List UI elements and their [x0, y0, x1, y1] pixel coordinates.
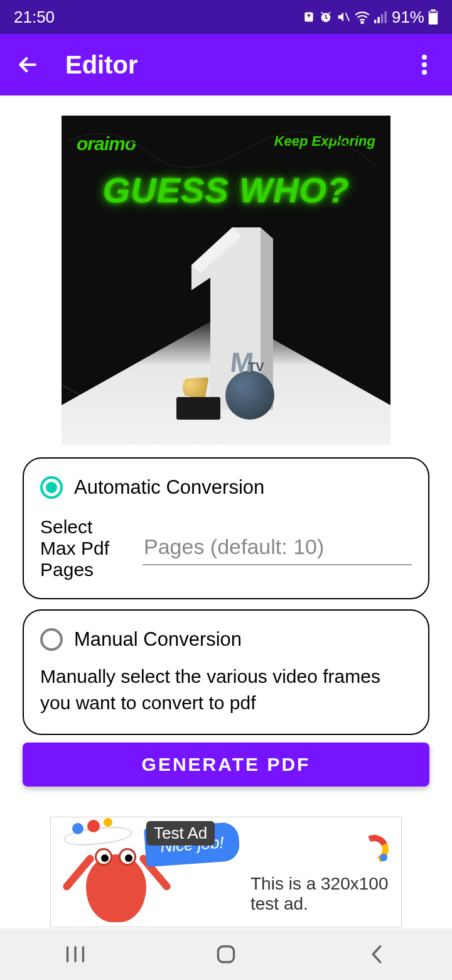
hero-headline: GUESS WHO? — [62, 170, 390, 210]
svg-rect-6 — [384, 11, 386, 23]
home-icon — [216, 944, 236, 964]
more-button[interactable] — [409, 50, 439, 80]
clock: 21:50 — [14, 8, 55, 27]
battery-icon — [428, 9, 438, 24]
svg-rect-13 — [218, 946, 234, 962]
status-bar: 21:50 91% — [0, 0, 452, 34]
automatic-conversion-card: Automatic Conversion Select Max Pdf Page… — [23, 457, 429, 599]
alarm-icon — [319, 10, 333, 24]
update-icon — [303, 11, 315, 23]
automatic-conversion-label: Automatic Conversion — [74, 476, 264, 499]
recents-icon — [65, 945, 86, 963]
arrow-left-icon — [15, 52, 40, 77]
back-button[interactable] — [13, 50, 43, 80]
system-nav-bar — [0, 928, 452, 980]
manual-conversion-radio[interactable] — [40, 628, 63, 651]
max-pages-input[interactable] — [143, 532, 412, 565]
recents-button[interactable] — [56, 935, 94, 973]
signal-icon — [374, 11, 388, 23]
hero-tagline: Keep Exploring — [274, 133, 375, 155]
svg-rect-3 — [374, 19, 376, 23]
generate-pdf-button[interactable]: GENERATE PDF — [23, 743, 429, 787]
svg-point-10 — [422, 55, 427, 60]
status-right: 91% — [303, 8, 438, 27]
svg-point-12 — [422, 70, 427, 75]
svg-rect-7 — [429, 11, 438, 24]
svg-rect-8 — [431, 9, 435, 11]
admob-logo-icon — [360, 835, 389, 864]
app-bar: Editor — [0, 34, 452, 95]
manual-conversion-label: Manual Conversion — [74, 628, 242, 651]
hero-image: oraimo Keep Exploring GUESS WHO? MTV — [62, 116, 390, 445]
svg-rect-5 — [381, 14, 383, 23]
grammy-trophy-icon — [176, 357, 220, 420]
manual-conversion-description: Manually select the various video frames… — [40, 663, 412, 716]
page-title: Editor — [65, 51, 409, 79]
hero-brand: oraimo — [77, 133, 136, 155]
manual-conversion-card: Manual Conversion Manually select the va… — [23, 609, 429, 735]
ad-tag: Test Ad — [146, 821, 215, 846]
mtv-trophy-icon: MTV — [225, 344, 276, 420]
ad-banner[interactable]: Nice job! Test Ad This is a 320x100 test… — [50, 817, 402, 927]
ad-text: This is a 320x100 test ad. — [250, 874, 401, 914]
back-nav-button[interactable] — [358, 935, 396, 973]
svg-rect-4 — [377, 17, 379, 23]
battery-text: 91% — [392, 8, 424, 27]
mute-icon — [336, 10, 350, 24]
svg-point-2 — [361, 21, 363, 23]
chevron-left-icon — [369, 945, 384, 964]
home-button[interactable] — [207, 935, 245, 973]
max-pages-label: Select Max Pdf Pages — [40, 516, 129, 580]
automatic-conversion-radio[interactable] — [40, 476, 63, 499]
more-vert-icon — [422, 55, 427, 75]
wifi-icon — [354, 10, 370, 24]
svg-rect-9 — [429, 12, 437, 13]
svg-point-11 — [422, 62, 427, 67]
